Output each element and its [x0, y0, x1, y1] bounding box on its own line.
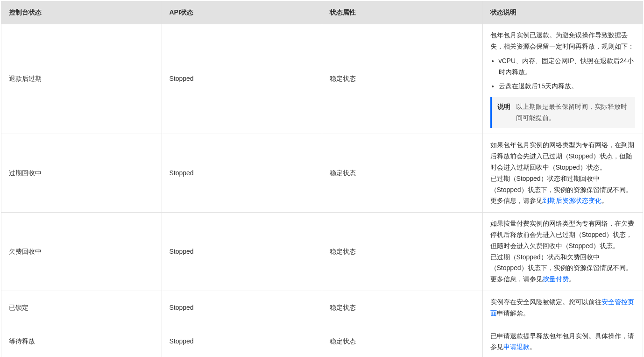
cell-console-status: 已锁定: [1, 291, 162, 325]
cell-status-desc: 实例存在安全风险被锁定。您可以前往安全管控页面申请解禁。: [482, 291, 643, 325]
desc-text: 已过期（Stopped）状态和过期回收中（Stopped）状态下，实例的资源保留…: [490, 173, 636, 207]
cell-console-status: 退款后过期: [1, 24, 162, 134]
status-table: 控制台状态 API状态 状态属性 状态说明 退款后过期 Stopped 稳定状态…: [1, 1, 643, 357]
table-header-row: 控制台状态 API状态 状态属性 状态说明: [1, 1, 643, 24]
desc-text: 已过期（Stopped）状态和欠费回收中（Stopped）状态下，实例的资源保留…: [490, 252, 636, 285]
header-api-status: API状态: [162, 1, 322, 24]
desc-text: 已申请退款提早释放包年包月实例。具体操作，请参见申请退款。: [490, 331, 636, 353]
cell-status-attr: 稳定状态: [322, 24, 483, 134]
cell-status-desc: 如果按量付费实例的网络类型为专有网络，在欠费停机后释放前会先进入已过期（Stop…: [482, 213, 643, 291]
note-label: 说明: [497, 101, 510, 124]
desc-list-item: 云盘在退款后15天内释放。: [499, 81, 636, 92]
header-console-status: 控制台状态: [1, 1, 162, 24]
table-row: 已锁定 Stopped 稳定状态 实例存在安全风险被锁定。您可以前往安全管控页面…: [1, 291, 643, 325]
desc-text: 如果包年包月实例的网络类型为专有网络，在到期后释放前会先进入已过期（Stoppe…: [490, 140, 636, 173]
cell-status-desc: 包年包月实例已退款。为避免误操作导致数据丢失，相关资源会保留一定时间再释放，规则…: [482, 24, 643, 134]
cell-api-status: Stopped: [162, 291, 322, 325]
desc-span: 如果按量付费实例的网络类型为专有网络，在欠费停机后释放前会先进入已过期（Stop…: [490, 220, 634, 250]
header-status-desc: 状态说明: [482, 1, 643, 24]
desc-intro: 包年包月实例已退款。为避免误操作导致数据丢失，相关资源会保留一定时间再释放，规则…: [490, 30, 636, 52]
cell-status-attr: 稳定状态: [322, 213, 483, 291]
cell-console-status: 过期回收中: [1, 134, 162, 213]
cell-status-desc: 如果包年包月实例的网络类型为专有网络，在到期后释放前会先进入已过期（Stoppe…: [482, 134, 643, 213]
cell-status-attr: 稳定状态: [322, 325, 483, 357]
desc-list: vCPU、内存、固定公网IP、快照在退款后24小时内释放。 云盘在退款后15天内…: [490, 56, 636, 92]
table-row: 过期回收中 Stopped 稳定状态 如果包年包月实例的网络类型为专有网络，在到…: [1, 134, 643, 213]
desc-span: 实例存在安全风险被锁定。您可以前往: [490, 298, 602, 306]
cell-api-status: Stopped: [162, 213, 322, 291]
header-status-attr: 状态属性: [322, 1, 483, 24]
desc-text: 如果按量付费实例的网络类型为专有网络，在欠费停机后释放前会先进入已过期（Stop…: [490, 218, 636, 251]
note-box: 说明 以上期限是最长保留时间，实际释放时间可能提前。: [490, 97, 636, 129]
link-pay-as-you-go[interactable]: 按量付费: [543, 275, 569, 283]
desc-span: 。: [602, 197, 608, 204]
desc-span: 。: [530, 343, 536, 350]
table-row: 欠费回收中 Stopped 稳定状态 如果按量付费实例的网络类型为专有网络，在欠…: [1, 213, 643, 291]
link-expired-resource[interactable]: 到期后资源状态变化: [543, 197, 602, 204]
table-row: 等待释放 Stopped 稳定状态 已申请退款提早释放包年包月实例。具体操作，请…: [1, 325, 643, 357]
cell-api-status: Stopped: [162, 24, 322, 134]
desc-span: 申请解禁。: [497, 309, 530, 317]
cell-api-status: Stopped: [162, 325, 322, 357]
link-refund[interactable]: 申请退款: [503, 343, 530, 350]
cell-console-status: 欠费回收中: [1, 213, 162, 291]
cell-console-status: 等待释放: [1, 325, 162, 357]
desc-text: 实例存在安全风险被锁定。您可以前往安全管控页面申请解禁。: [490, 297, 636, 319]
table-row: 退款后过期 Stopped 稳定状态 包年包月实例已退款。为避免误操作导致数据丢…: [1, 24, 643, 134]
cell-status-desc: 已申请退款提早释放包年包月实例。具体操作，请参见申请退款。: [482, 325, 643, 357]
desc-span: 。: [569, 275, 575, 283]
note-text: 以上期限是最长保留时间，实际释放时间可能提前。: [516, 101, 630, 124]
cell-api-status: Stopped: [162, 134, 322, 213]
desc-span: 如果包年包月实例的网络类型为专有网络，在到期后释放前会先进入已过期（Stoppe…: [490, 141, 634, 171]
desc-list-item: vCPU、内存、固定公网IP、快照在退款后24小时内释放。: [499, 56, 636, 78]
cell-status-attr: 稳定状态: [322, 134, 483, 213]
cell-status-attr: 稳定状态: [322, 291, 483, 325]
